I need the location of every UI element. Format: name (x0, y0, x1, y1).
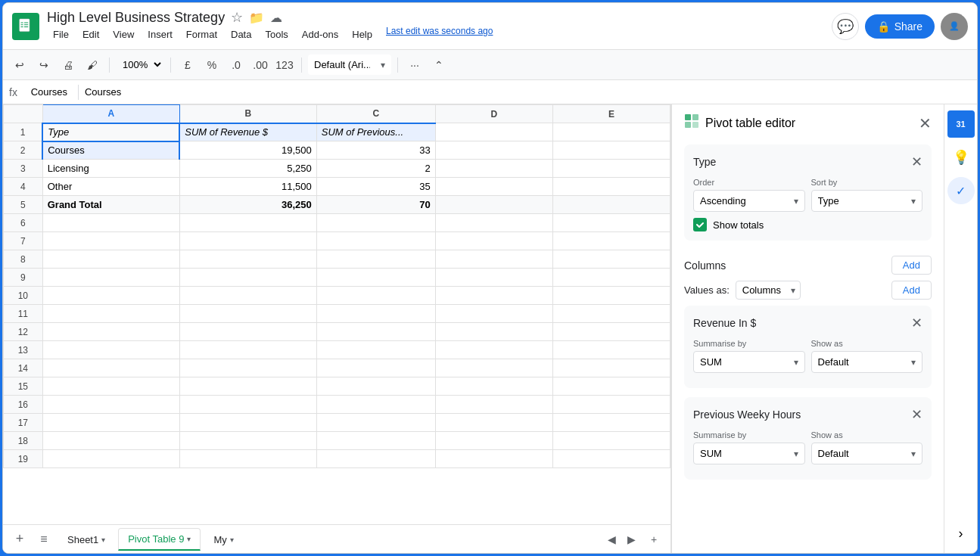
redo-button[interactable]: ↪ (33, 54, 54, 76)
cell-D3[interactable] (435, 160, 552, 178)
paint-format-button[interactable]: 🖌 (82, 54, 103, 76)
comment-button[interactable]: 💬 (832, 13, 859, 40)
cell-C5[interactable]: 70 (316, 196, 435, 214)
collapse-toolbar-button[interactable]: ⌃ (428, 54, 450, 76)
percent-button[interactable]: % (201, 54, 222, 76)
cell-reference-input[interactable] (26, 86, 72, 98)
values-as-select[interactable]: Columns Rows (736, 281, 800, 299)
menu-view[interactable]: View (107, 26, 140, 43)
decimal-increase-button[interactable]: .00 (250, 54, 271, 76)
cell-E2[interactable] (552, 141, 670, 160)
pivot-panel: Pivot table editor ✕ Type ✕ Order (671, 104, 944, 553)
svg-rect-1 (20, 22, 23, 23)
cell-E5[interactable] (552, 196, 670, 214)
previous-show-as-dropdown[interactable]: Default % of row (811, 443, 923, 464)
menu-insert[interactable]: Insert (142, 26, 179, 43)
cell-D5[interactable] (435, 196, 552, 214)
cell-A4[interactable]: Other (42, 178, 179, 196)
more-button[interactable]: ··· (404, 54, 425, 76)
cloud-icon[interactable]: ☁ (270, 11, 282, 25)
explore-side-button[interactable]: 💡 (947, 144, 975, 171)
values-as-dropdown-wrapper[interactable]: Columns Rows (736, 281, 801, 300)
col-header-C[interactable]: C (316, 105, 435, 123)
formula-input[interactable] (85, 86, 971, 98)
cell-A1[interactable]: Type (42, 123, 179, 141)
col-header-B[interactable]: B (179, 105, 316, 123)
cell-E4[interactable] (552, 178, 670, 196)
star-icon[interactable]: ☆ (231, 9, 243, 26)
cell-D4[interactable] (435, 178, 552, 196)
menu-file[interactable]: File (47, 26, 75, 43)
cell-C3[interactable]: 2 (316, 160, 435, 178)
font-selector-wrapper[interactable]: Default (Ari... (308, 54, 391, 75)
col-header-D[interactable]: D (435, 105, 552, 123)
revenue-summarise-select[interactable]: SUM COUNT AVERAGE (694, 352, 804, 372)
undo-button[interactable]: ↩ (9, 54, 30, 76)
cell-D2[interactable] (435, 141, 552, 160)
cell-B5[interactable]: 36,250 (179, 196, 316, 214)
cell-D1[interactable] (435, 123, 552, 141)
cell-B3[interactable]: 5,250 (179, 160, 316, 178)
zoom-select[interactable]: 100% 75% 125% (116, 56, 164, 73)
menu-tools[interactable]: Tools (259, 26, 294, 43)
nav-left-button[interactable]: ◀ (602, 530, 621, 548)
columns-add-button[interactable]: Add (891, 256, 932, 275)
menu-format[interactable]: Format (180, 26, 223, 43)
calendar-side-button[interactable]: 31 (947, 110, 975, 138)
cell-B2[interactable]: 19,500 (179, 141, 316, 160)
menu-addons[interactable]: Add-ons (296, 26, 344, 43)
order-dropdown-wrapper[interactable]: Ascending Descending (693, 190, 805, 212)
col-header-A[interactable]: A (42, 105, 179, 123)
revenue-show-as-dropdown[interactable]: Default % of row (811, 351, 923, 373)
share-button[interactable]: 🔒 Share (865, 14, 935, 39)
nav-arrows: ◀ ▶ (602, 530, 640, 548)
revenue-section-close-button[interactable]: ✕ (911, 315, 922, 331)
expand-side-button[interactable]: › (947, 520, 975, 547)
side-icons: 31 💡 ✓ › (944, 104, 977, 553)
sort-by-dropdown-wrapper[interactable]: Type Revenue In $ (811, 190, 923, 212)
cell-C1[interactable]: SUM of Previous... (316, 123, 435, 141)
decimal-decrease-button[interactable]: .0 (226, 54, 247, 76)
sort-by-select[interactable]: Type Revenue In $ (812, 191, 922, 211)
revenue-show-as-select[interactable]: Default % of row (812, 352, 922, 372)
currency-button[interactable]: £ (177, 54, 198, 76)
cell-A5[interactable]: Grand Total (42, 196, 179, 214)
sheet-menu-button[interactable]: ≡ (33, 529, 54, 550)
cell-E1[interactable] (552, 123, 670, 141)
sheet-tab-sheet1[interactable]: Sheet1 ▾ (58, 529, 115, 550)
menu-help[interactable]: Help (346, 26, 378, 43)
my-label: My (213, 534, 226, 545)
cell-E3[interactable] (552, 160, 670, 178)
font-selector[interactable]: Default (Ari... (308, 54, 391, 75)
explore-button[interactable]: + (643, 529, 664, 550)
nav-right-button[interactable]: ▶ (622, 530, 640, 548)
cell-A3[interactable]: Licensing (42, 160, 179, 178)
add-sheet-button[interactable]: + (9, 529, 30, 550)
pivot-editor-close-button[interactable]: ✕ (919, 114, 932, 132)
previous-summarise-dropdown[interactable]: SUM COUNT (693, 443, 805, 464)
tasks-side-button[interactable]: ✓ (947, 177, 975, 204)
format-number-button[interactable]: 123 (274, 54, 295, 76)
table-row: 17 (4, 414, 670, 432)
menu-edit[interactable]: Edit (76, 26, 105, 43)
sheet-tab-my[interactable]: My ▾ (204, 529, 243, 550)
cell-B4[interactable]: 11,500 (179, 178, 316, 196)
folder-icon[interactable]: 📁 (249, 11, 264, 25)
print-button[interactable]: 🖨 (58, 54, 79, 76)
cell-C4[interactable]: 35 (316, 178, 435, 196)
previous-show-as-select[interactable]: Default % of row (812, 443, 922, 464)
previous-section-close-button[interactable]: ✕ (911, 406, 922, 423)
sheet-tab-pivot9[interactable]: Pivot Table 9 ▾ (118, 528, 201, 551)
revenue-summarise-dropdown[interactable]: SUM COUNT AVERAGE (693, 351, 805, 373)
user-avatar[interactable]: 👤 (941, 13, 968, 40)
values-add-button[interactable]: Add (891, 281, 932, 300)
menu-data[interactable]: Data (225, 26, 257, 43)
previous-summarise-select[interactable]: SUM COUNT (694, 443, 804, 464)
type-section-close-button[interactable]: ✕ (911, 154, 922, 170)
show-totals-checkbox[interactable] (693, 218, 707, 231)
cell-A2[interactable]: Courses (42, 141, 179, 160)
order-select[interactable]: Ascending Descending (694, 191, 804, 211)
col-header-E[interactable]: E (552, 105, 670, 123)
cell-B1[interactable]: SUM of Revenue $ (179, 123, 316, 141)
cell-C2[interactable]: 33 (316, 141, 435, 160)
